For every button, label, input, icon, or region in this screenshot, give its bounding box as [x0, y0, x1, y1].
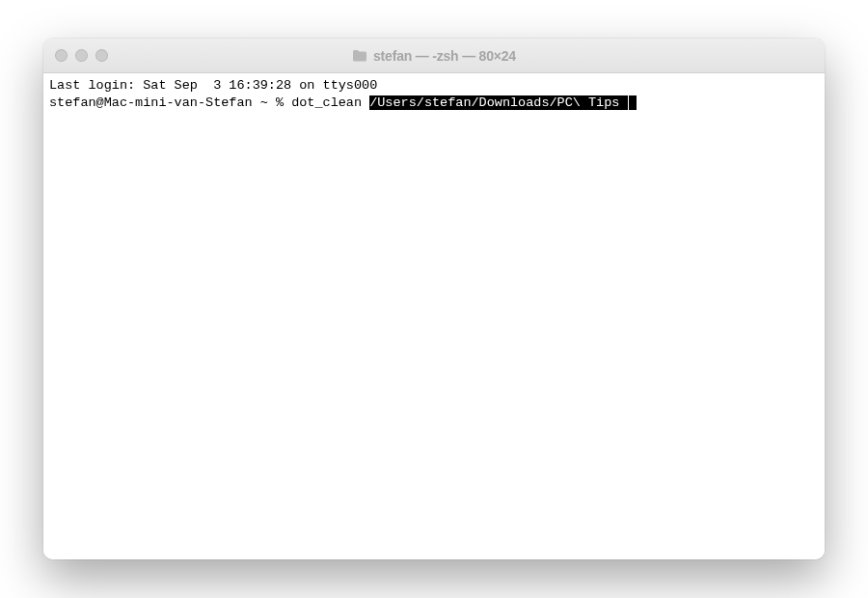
window-title: stefan — -zsh — 80×24: [373, 48, 516, 64]
command-text: dot_clean: [291, 95, 369, 110]
minimize-button[interactable]: [75, 49, 88, 62]
window-controls: [43, 49, 108, 62]
folder-icon: [352, 49, 367, 62]
last-login-line: Last login: Sat Sep 3 16:39:28 on ttys00…: [49, 77, 819, 95]
title-container: stefan — -zsh — 80×24: [43, 48, 825, 64]
prompt-line: stefan@Mac-mini-van-Stefan ~ % dot_clean…: [49, 95, 819, 112]
titlebar[interactable]: stefan — -zsh — 80×24: [43, 39, 825, 73]
terminal-window: stefan — -zsh — 80×24 Last login: Sat Se…: [43, 39, 825, 559]
cursor: [629, 95, 637, 110]
close-button[interactable]: [55, 49, 68, 62]
terminal-content[interactable]: Last login: Sat Sep 3 16:39:28 on ttys00…: [43, 73, 825, 559]
zoom-button[interactable]: [95, 49, 108, 62]
highlighted-argument: /Users/stefan/Downloads/PC\ Tips: [369, 95, 627, 110]
shell-prompt: stefan@Mac-mini-van-Stefan ~ %: [49, 95, 291, 110]
